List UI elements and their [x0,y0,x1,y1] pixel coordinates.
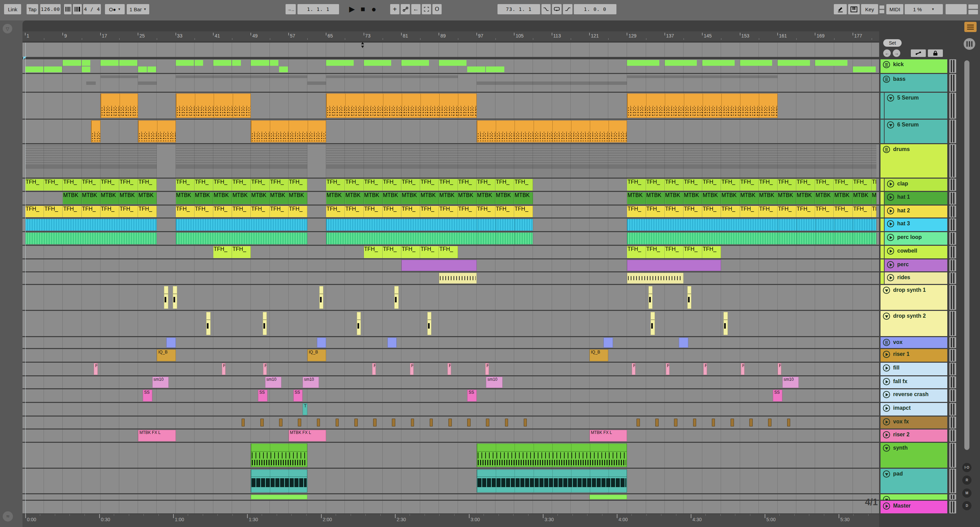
view-toggle-io[interactable]: I·O [962,463,972,472]
clip[interactable] [486,67,504,72]
clip[interactable] [100,75,138,78]
clip[interactable] [138,120,175,142]
link-button[interactable]: Link [4,4,21,14]
arrangement-position-field[interactable]: 1. 1. 1 [298,4,339,14]
clip[interactable]: TFH_ [345,179,364,190]
clip[interactable]: F [410,363,414,375]
clip[interactable]: TFH_ [872,206,877,217]
clip[interactable]: MTBK [270,192,289,204]
clip[interactable]: sm10 [783,377,799,388]
arrangement-lane-synth[interactable] [22,443,879,468]
clip[interactable]: TFH_ [82,206,100,217]
bar-length-menu[interactable]: 1 Bar▼ [127,4,149,14]
tempo-field[interactable]: 126.00 [40,4,60,14]
clip[interactable]: MTBK [815,192,834,204]
arrangement-lane-cowbell[interactable]: TFH_TFH_TFH_TFH_TFH_TFH_TFH_TFH_TFH_TFH_… [22,246,879,258]
clip[interactable] [687,286,691,309]
clip[interactable] [627,232,876,244]
clip[interactable]: F [447,363,451,375]
clip[interactable]: MTBK [834,192,853,204]
punch-out-button[interactable] [563,4,573,14]
lock-icon[interactable] [928,49,943,57]
clip[interactable] [86,81,96,85]
track-header-vox fx[interactable]: vox fx [880,417,947,428]
clip[interactable]: F [666,363,670,375]
clip[interactable] [467,419,471,426]
arrangement-lane-kick[interactable] [22,59,879,73]
clip[interactable]: TFH_ [627,246,646,258]
clip[interactable]: TFH_ [646,179,665,190]
track-header-imapct[interactable]: imapct [880,403,947,416]
clip[interactable]: TFH_ [872,179,877,190]
clip[interactable]: TFH_ [834,179,853,190]
clip[interactable]: MTBK [401,192,420,204]
clip[interactable]: TFH_ [420,179,439,190]
track-header-Master[interactable]: Master [880,501,947,513]
clip[interactable] [674,419,678,426]
clip[interactable]: MTBK [289,192,307,204]
clip[interactable]: MTBK [439,192,458,204]
clip[interactable]: TFH_ [401,179,420,190]
clip[interactable]: TFH_ [853,179,872,190]
clip[interactable] [206,312,210,335]
clip[interactable]: TFH_ [495,179,514,190]
clip[interactable] [319,286,323,309]
arrangement-lane-hat 3[interactable] [22,218,879,231]
clip[interactable] [263,312,267,335]
track-header-perc loop[interactable]: perc loop [885,232,947,245]
clip[interactable]: TFH_ [44,179,63,190]
clip[interactable]: sm10 [302,377,319,388]
clip[interactable] [392,419,395,426]
clip[interactable]: MTBK [778,192,796,204]
clip[interactable]: TFH_ [270,206,289,217]
arrangement-lane-drop synth 1[interactable] [22,285,879,310]
track-header-hidden-track[interactable] [880,494,947,500]
clip[interactable]: TFH_ [138,206,157,217]
clip[interactable] [627,75,778,78]
clip[interactable]: F [778,363,781,375]
clip[interactable]: F [372,363,376,375]
clip[interactable]: TFH_ [63,206,81,217]
quantize-menu[interactable]: O●▼ [105,4,125,14]
track-header-5 Serum[interactable]: 5 Serum [885,93,947,119]
clip[interactable]: IQ_B [307,349,326,361]
clip[interactable]: TFH_ [665,246,684,258]
time-ruler[interactable]: 0:000:301:001:302:002:303:003:304:004:30… [22,514,879,527]
clip[interactable]: MTBK [495,192,514,204]
clip[interactable]: TFH_ [25,179,44,190]
clip[interactable]: TFH_ [364,246,383,258]
clip[interactable] [449,419,452,426]
track-header-6 Serum[interactable]: 6 Serum [885,119,947,143]
track-header-riser 1[interactable]: riser 1 [880,349,947,362]
optimize-width-button[interactable]: ≈ [3,511,13,522]
clip[interactable] [326,75,458,78]
close-arrangement-triangle-button[interactable]: ▽ [3,24,12,33]
loop-switch-button[interactable] [552,4,562,14]
clip[interactable] [486,419,489,426]
arrangement-lane-hat 2[interactable]: TFH_TFH_TFH_TFH_TFH_TFH_TFH_TFH_TFH_TFH_… [22,205,879,218]
clip[interactable]: TFH_ [251,206,269,217]
clip[interactable]: TFH_ [815,179,834,190]
clip[interactable] [477,120,627,142]
clip[interactable]: TFH_ [232,206,251,217]
clip[interactable] [439,273,476,283]
clip[interactable]: TFH_ [364,206,383,217]
clip[interactable] [307,81,326,85]
clip[interactable]: TFH_ [194,206,213,217]
clip[interactable]: TFH_ [232,246,251,258]
track-header-rides[interactable]: rides [885,272,947,284]
clip[interactable] [298,419,301,426]
clip[interactable] [242,419,245,426]
arrangement-lane-Master[interactable] [22,501,879,513]
clip[interactable] [411,419,414,426]
track-header-bass[interactable]: bass [880,74,947,92]
clip[interactable]: TFH_ [702,246,721,258]
clip[interactable]: TFH_ [82,179,100,190]
clip[interactable] [176,219,307,231]
clip[interactable] [655,419,659,426]
clip[interactable] [326,93,477,118]
arrangement-lane-fall fx[interactable]: sm10sm10sm10sm10sm10 [22,376,879,388]
clip[interactable]: MTBK [383,192,401,204]
clip[interactable] [712,419,715,426]
clip[interactable] [138,67,147,72]
